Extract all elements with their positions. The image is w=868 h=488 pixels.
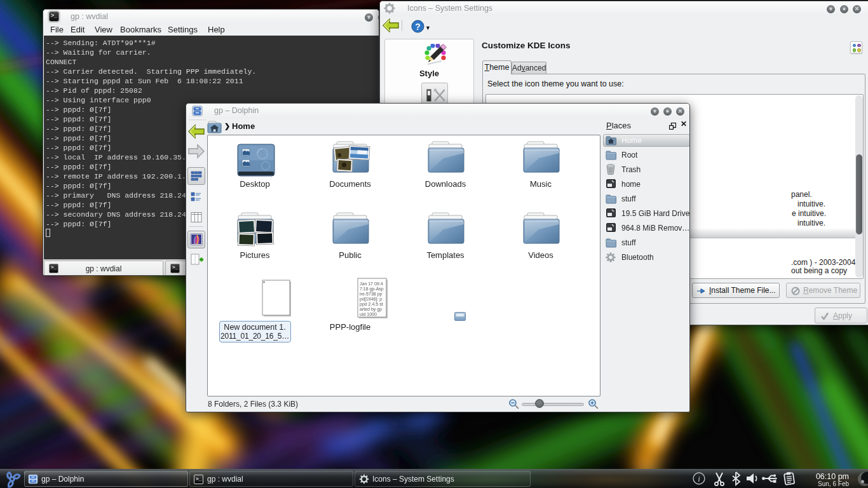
svg-text:?: ? xyxy=(415,22,421,32)
svg-text:i: i xyxy=(698,474,700,484)
